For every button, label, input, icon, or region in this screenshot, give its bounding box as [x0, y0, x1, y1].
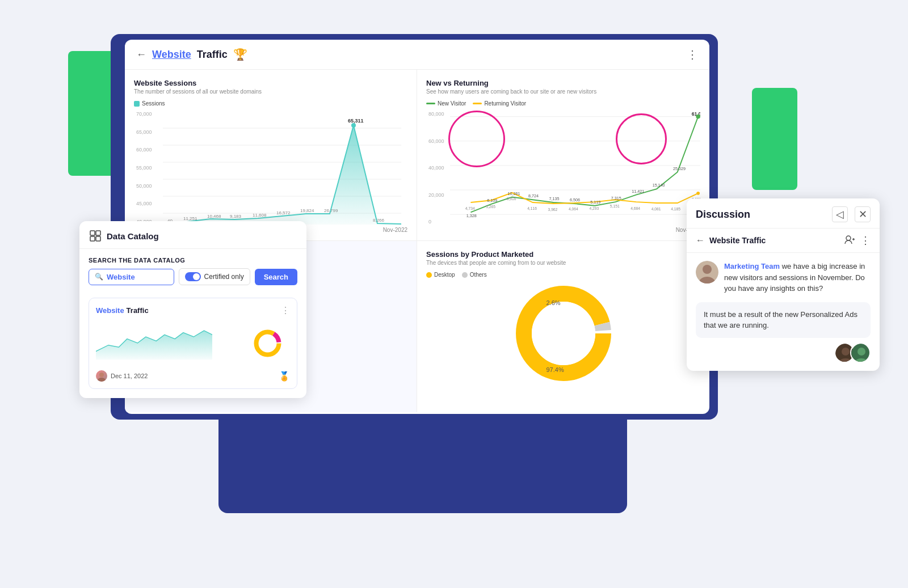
catalog-result: Website Traffic ⋮ — [89, 298, 297, 389]
nvr-legend-returning: Returning Visitor — [473, 100, 526, 107]
svg-text:4,684: 4,684 — [630, 206, 640, 210]
sessions-peak-dot — [351, 123, 356, 128]
result-footer: Dec 11, 2022 🏅 — [96, 370, 290, 382]
svg-point-51 — [261, 337, 275, 350]
close-button[interactable]: ✕ — [855, 206, 871, 222]
svg-point-61 — [842, 348, 850, 356]
certified-switch[interactable] — [185, 272, 201, 281]
discussion-sub-icons: ⋮ — [844, 234, 871, 247]
desktop-label: Desktop — [434, 272, 455, 278]
back-button[interactable]: ← — [136, 49, 146, 61]
discussion-back-button[interactable]: ← — [696, 235, 705, 246]
svg-text:19,824: 19,824 — [300, 208, 314, 213]
data-catalog-card: Data Catalog SEARCH THE DATA CATALOG 🔍 W… — [79, 221, 306, 398]
nvr-panel: New vs Returning See how many users are … — [417, 70, 709, 241]
message-sender-1: Marketing Team — [724, 262, 780, 270]
catalog-header: Data Catalog — [79, 221, 306, 249]
others-legend-dot — [462, 272, 468, 278]
discussion-sub-header: ← Website Traffic ⋮ — [687, 229, 880, 253]
title-website: Website — [152, 49, 191, 61]
avatar-image-1 — [696, 261, 718, 284]
result-dots-menu[interactable]: ⋮ — [281, 305, 290, 316]
title-traffic: Traffic — [197, 49, 228, 61]
svg-text:7,315: 7,315 — [611, 196, 621, 201]
nvr-chart-area: 80,000 60,000 40,000 20,000 0 — [426, 111, 700, 225]
mini-area — [96, 331, 212, 359]
sessions-subtitle: The number of sessions of all our websit… — [134, 88, 407, 95]
new-visitor-line — [470, 117, 698, 213]
others-label: Others — [470, 272, 487, 278]
nvr-nov-label: Nov-2022 — [426, 227, 700, 233]
discussion-header: Discussion ◁ ✕ — [687, 198, 880, 229]
search-button[interactable]: Search — [255, 269, 297, 285]
returning-visitor-legend — [473, 103, 482, 104]
donut-hole — [532, 302, 595, 365]
svg-text:7,135: 7,135 — [549, 196, 559, 201]
desktop-legend: Desktop — [426, 272, 455, 278]
new-visitor-label: New Visitor — [438, 100, 466, 107]
svg-text:5,119: 5,119 — [590, 200, 600, 205]
svg-text:4,293: 4,293 — [589, 206, 599, 210]
svg-text:8,266: 8,266 — [373, 218, 385, 223]
svg-text:6,916: 6,916 — [507, 197, 516, 201]
discussion-body: Marketing Team we have a big increase in… — [687, 253, 880, 371]
result-trophy: 🏅 — [279, 371, 290, 382]
svg-rect-46 — [96, 231, 100, 235]
svg-text:4,185: 4,185 — [671, 207, 680, 211]
svg-point-58 — [703, 265, 712, 274]
discussion-sub-left: ← Website Traffic — [696, 235, 766, 246]
sessions-panel: Website Sessions The number of sessions … — [125, 70, 417, 241]
sessions-legend: Sessions — [134, 100, 407, 107]
nvr-legend: New Visitor Returning Visitor — [426, 100, 700, 107]
catalog-grid-icon — [90, 230, 101, 242]
nvr-subtitle: See how many users are coming back to ou… — [426, 88, 700, 95]
search-label: SEARCH THE DATA CATALOG — [89, 257, 297, 264]
avatar-image — [96, 370, 107, 382]
add-user-button[interactable] — [844, 235, 855, 247]
returning-visitor-label: Returning Visitor — [484, 100, 526, 107]
svg-text:6,109: 6,109 — [487, 198, 497, 203]
collapse-button[interactable]: ◁ — [832, 206, 848, 222]
svg-rect-45 — [90, 231, 95, 235]
discussion-title: Discussion — [696, 209, 750, 221]
result-header: Website Traffic ⋮ — [96, 305, 290, 316]
others-legend: Others — [462, 272, 487, 278]
catalog-icon — [89, 229, 102, 243]
sessions-legend-label: Sessions — [142, 100, 165, 107]
desktop-legend-dot — [426, 272, 432, 278]
nvr-legend-new: New Visitor — [426, 100, 466, 107]
svg-text:15,140: 15,140 — [653, 183, 665, 188]
dots-menu-button[interactable]: ⋮ — [687, 48, 698, 61]
svg-text:4,116: 4,116 — [527, 206, 537, 210]
result-title-traffic: Traffic — [127, 306, 149, 315]
desktop-pct-label: 97.4% — [547, 366, 564, 373]
svg-point-52 — [99, 373, 104, 377]
svg-text:5,265: 5,265 — [486, 205, 495, 209]
nvr-title: New vs Returning — [426, 79, 700, 87]
sessions-legend-item: Sessions — [134, 100, 165, 107]
svg-rect-47 — [90, 236, 95, 241]
product-legend: Desktop Others — [426, 272, 700, 278]
svg-text:6,506: 6,506 — [570, 197, 580, 202]
discussion-dots-menu[interactable]: ⋮ — [860, 234, 871, 247]
svg-text:4,064: 4,064 — [569, 207, 578, 211]
svg-text:11,608: 11,608 — [253, 213, 267, 218]
svg-point-64 — [857, 348, 865, 356]
certified-label: Certified only — [204, 273, 244, 281]
svg-point-53 — [98, 378, 106, 382]
product-subtitle: The devices that people are coming from … — [426, 260, 700, 266]
discussion-header-icons: ◁ ✕ — [832, 206, 871, 222]
message-row-2: It must be a result of the new Personali… — [696, 302, 871, 363]
svg-text:11,251: 11,251 — [183, 216, 197, 221]
certified-toggle[interactable]: Certified only — [179, 268, 250, 285]
nvr-ret-dot — [696, 192, 700, 195]
search-input-box[interactable]: 🔍 Website — [89, 269, 174, 285]
returning-visitor-line — [470, 193, 698, 204]
svg-text:10,468: 10,468 — [207, 214, 221, 219]
result-donut-chart — [252, 328, 283, 359]
svg-text:16,572: 16,572 — [276, 210, 291, 215]
result-date: Dec 11, 2022 — [96, 370, 148, 382]
others-pct-label: 2.6% — [547, 299, 561, 306]
header-left: ← Website Traffic 🏆 — [136, 48, 247, 61]
svg-text:11,421: 11,421 — [632, 189, 644, 194]
